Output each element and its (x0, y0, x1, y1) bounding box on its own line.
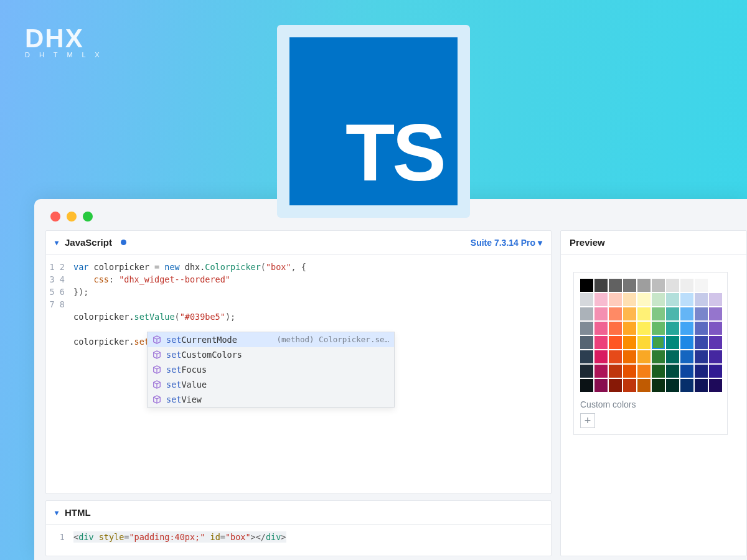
color-swatch[interactable] (623, 379, 636, 392)
color-swatch[interactable] (695, 293, 708, 306)
colorpicker-widget[interactable]: Custom colors + (573, 272, 728, 435)
color-swatch[interactable] (623, 279, 636, 292)
color-swatch[interactable] (695, 365, 708, 378)
color-swatch[interactable] (709, 293, 722, 306)
color-swatch[interactable] (709, 350, 722, 363)
javascript-editor[interactable]: 1 2 3 4 5 6 7 8 var colorpicker = new dh… (46, 254, 551, 491)
color-swatch[interactable] (709, 379, 722, 392)
color-swatch[interactable] (666, 279, 679, 292)
color-swatch[interactable] (594, 350, 608, 363)
color-swatch[interactable] (680, 322, 693, 335)
color-grid[interactable] (580, 279, 721, 392)
color-swatch[interactable] (637, 322, 651, 335)
color-swatch[interactable] (652, 365, 665, 378)
color-swatch[interactable] (623, 307, 636, 320)
code-content[interactable]: <div style="padding:40px;" id="box"></di… (72, 525, 551, 549)
color-swatch[interactable] (609, 322, 622, 335)
html-panel-header[interactable]: ▾ HTML (46, 501, 551, 525)
color-swatch[interactable] (709, 279, 722, 292)
color-swatch[interactable] (609, 293, 622, 306)
color-swatch[interactable] (594, 293, 608, 306)
color-swatch[interactable] (580, 336, 593, 349)
color-swatch[interactable] (609, 350, 622, 363)
color-swatch[interactable] (652, 307, 665, 320)
color-swatch[interactable] (594, 379, 608, 392)
code-content[interactable]: var colorpicker = new dhx.Colorpicker("b… (72, 254, 551, 491)
color-swatch[interactable] (609, 379, 622, 392)
color-swatch[interactable] (609, 336, 622, 349)
color-swatch[interactable] (680, 379, 693, 392)
autocomplete-item[interactable]: setCurrentMode(method) Colorpicker.se… (148, 332, 394, 347)
color-swatch[interactable] (623, 350, 636, 363)
color-swatch[interactable] (695, 336, 708, 349)
color-swatch[interactable] (580, 379, 593, 392)
color-swatch[interactable] (680, 336, 693, 349)
color-swatch[interactable] (666, 307, 679, 320)
color-swatch[interactable] (637, 365, 651, 378)
color-swatch[interactable] (609, 279, 622, 292)
html-editor[interactable]: 1 <div style="padding:40px;" id="box"></… (46, 525, 551, 556)
autocomplete-item[interactable]: setCustomColors (148, 347, 394, 362)
color-swatch[interactable] (637, 307, 651, 320)
maximize-window-button[interactable] (83, 212, 93, 222)
color-swatch[interactable] (594, 279, 608, 292)
color-swatch[interactable] (709, 322, 722, 335)
color-swatch[interactable] (695, 379, 708, 392)
autocomplete-item[interactable]: setValue (148, 377, 394, 392)
color-swatch[interactable] (637, 279, 651, 292)
autocomplete-popup[interactable]: setCurrentMode(method) Colorpicker.se…se… (147, 332, 395, 408)
color-swatch[interactable] (666, 379, 679, 392)
color-swatch[interactable] (623, 293, 636, 306)
add-custom-color-button[interactable]: + (580, 413, 595, 428)
color-swatch[interactable] (580, 293, 593, 306)
color-swatch[interactable] (652, 379, 665, 392)
color-swatch[interactable] (695, 307, 708, 320)
color-swatch[interactable] (680, 365, 693, 378)
color-swatch[interactable] (680, 293, 693, 306)
color-swatch[interactable] (680, 350, 693, 363)
color-swatch[interactable] (680, 279, 693, 292)
color-swatch[interactable] (637, 379, 651, 392)
color-swatch[interactable] (580, 365, 593, 378)
editor-window: ▾ JavaScript Suite 7.3.14 Pro ▾ 1 2 3 4 … (34, 199, 747, 560)
color-swatch[interactable] (695, 279, 708, 292)
color-swatch[interactable] (580, 307, 593, 320)
color-swatch[interactable] (652, 350, 665, 363)
color-swatch[interactable] (594, 307, 608, 320)
suite-version-dropdown[interactable]: Suite 7.3.14 Pro ▾ (471, 238, 542, 248)
color-swatch[interactable] (609, 307, 622, 320)
color-swatch[interactable] (666, 365, 679, 378)
color-swatch[interactable] (580, 350, 593, 363)
color-swatch[interactable] (623, 336, 636, 349)
color-swatch[interactable] (666, 293, 679, 306)
color-swatch[interactable] (637, 293, 651, 306)
color-swatch[interactable] (594, 336, 608, 349)
color-swatch[interactable] (637, 350, 651, 363)
color-swatch[interactable] (695, 322, 708, 335)
color-swatch[interactable] (580, 279, 593, 292)
color-swatch[interactable] (623, 365, 636, 378)
color-swatch[interactable] (709, 365, 722, 378)
color-swatch[interactable] (695, 350, 708, 363)
color-swatch[interactable] (666, 350, 679, 363)
color-swatch[interactable] (637, 336, 651, 349)
color-swatch[interactable] (594, 322, 608, 335)
javascript-panel-header[interactable]: ▾ JavaScript Suite 7.3.14 Pro ▾ (46, 231, 551, 254)
color-swatch[interactable] (666, 322, 679, 335)
color-swatch[interactable] (652, 336, 665, 349)
color-swatch[interactable] (652, 279, 665, 292)
color-swatch[interactable] (594, 365, 608, 378)
close-window-button[interactable] (50, 212, 60, 222)
autocomplete-item[interactable]: setFocus (148, 362, 394, 377)
color-swatch[interactable] (652, 293, 665, 306)
color-swatch[interactable] (652, 322, 665, 335)
color-swatch[interactable] (666, 336, 679, 349)
color-swatch[interactable] (709, 307, 722, 320)
color-swatch[interactable] (623, 322, 636, 335)
minimize-window-button[interactable] (67, 212, 77, 222)
color-swatch[interactable] (580, 322, 593, 335)
color-swatch[interactable] (709, 336, 722, 349)
color-swatch[interactable] (680, 307, 693, 320)
color-swatch[interactable] (609, 365, 622, 378)
autocomplete-item[interactable]: setView (148, 392, 394, 407)
